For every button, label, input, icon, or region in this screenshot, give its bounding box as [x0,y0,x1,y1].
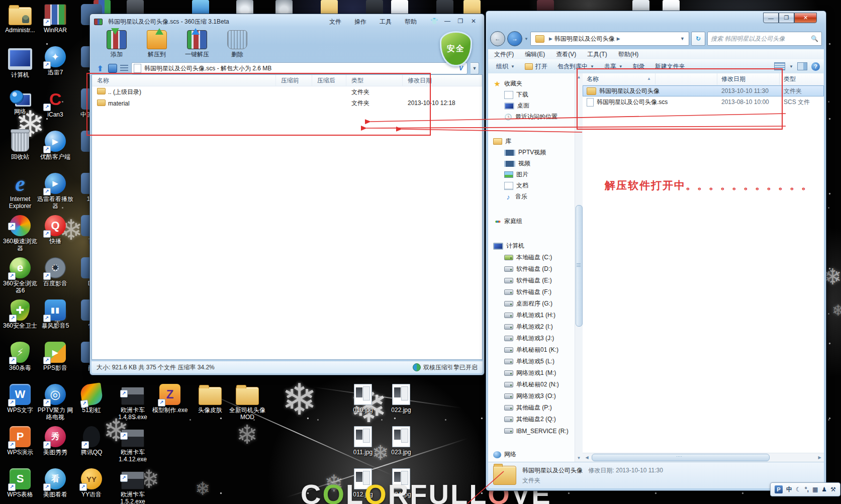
desktop-icon-模型制作-exe[interactable]: Z模型制作.exe [152,384,188,414]
menu-view[interactable]: 查看(V) [556,50,576,59]
column-type[interactable]: 类型 [780,73,824,85]
archive-menu-tools[interactable]: 工具 [380,18,392,26]
tool-settings-icon[interactable]: ⚒ [830,486,836,493]
archive-list-header[interactable]: 名称 压缩前 压缩后 类型 修改日期 [92,75,482,86]
desktop-icon-011-jpg[interactable]: 011.jpg [345,426,381,456]
archive-maximize-button[interactable]: ❐ [454,18,467,26]
breadcrumb-location[interactable]: 韩国明星以及公司头像 [554,35,615,43]
ime-menu-icon[interactable]: ♟ [821,486,827,493]
menu-file[interactable]: 文件(F) [494,50,514,59]
preview-pane-icon[interactable] [797,62,807,70]
sidebar-item-homegroup[interactable]: ●●●家庭组 [488,216,575,227]
new-folder-button[interactable]: 新建文件夹 [651,61,689,72]
skin-icon[interactable]: 👕 [428,18,441,26]
sidebar-item-桌面[interactable]: 桌面 [488,100,575,111]
delete-button[interactable]: 删除 [221,30,254,59]
desktop-icon-WPS文字[interactable]: WWPS文字 [2,384,38,414]
sidebar-item-drive-网络游戏1 (M:)[interactable]: 网络游戏1 (M:) [488,368,575,378]
menu-tools[interactable]: 工具(T) [587,50,607,59]
desktop-icon-暴风影音5[interactable]: ▮▮暴风影音5 [37,299,73,329]
menu-help[interactable]: 帮助(H) [618,50,639,59]
one-click-extract-button[interactable]: 一键解压 [180,30,214,59]
desktop-icon-腾讯QQ[interactable]: 腾讯QQ [73,426,110,456]
sidebar-item-drive-软件磁盘 (F:)[interactable]: 软件磁盘 (F:) [488,287,575,297]
desktop-icon-010-jpg[interactable]: 010.jpg [345,384,381,414]
column-name[interactable]: 名称 [92,75,276,86]
sidebar-item-drive-软件磁盘 (E:)[interactable]: 软件磁盘 (E:) [488,275,575,286]
column-type[interactable]: 类型 [346,75,403,86]
ime-full-half-icon[interactable]: ☾ [796,486,801,493]
desktop-icon-360极速浏览-器[interactable]: 360极速浏览 器 [2,215,38,252]
desktop-icon-Administr-[interactable]: Administr... [2,4,38,34]
breadcrumb-dropdown[interactable]: ▼ [678,36,687,41]
h-scrollbar-thumb[interactable] [592,454,770,461]
sidebar-item-drive-IBM_SERVICE (R:)[interactable]: IBM_SERVICE (R:) [488,426,575,436]
desktop-icon-欧洲卡车-1-4-8S-exe[interactable]: 欧洲卡车 1.4.8S.exe [115,384,151,421]
explorer-minimize-button[interactable]: — [763,13,779,23]
desktop-icon-迅雷看看播放-器[interactable]: ▶迅雷看看播放 器 [37,173,73,210]
soft-keyboard-icon[interactable]: ▦ [812,486,818,493]
desktop-icon-360杀毒[interactable]: ⚡360杀毒 [2,342,38,371]
desktop-icon-计算机[interactable]: 计算机 [2,46,38,78]
desktop-icon-PPTV聚力-网-络电视[interactable]: ◎PPTV聚力 网 络电视 [37,384,73,421]
sidebar-item-文档[interactable]: 文档 [488,180,575,191]
sidebar-item-drive-单机游戏3 (J:)[interactable]: 单机游戏3 (J:) [488,333,575,344]
file-row[interactable]: 韩国明星以及公司头像.scs2013-08-10 10:00SCS 文件 [583,96,824,108]
archive-close-button[interactable]: ✕ [467,18,480,26]
nav-scrollbar[interactable]: ▲ ▼ [575,73,583,462]
forward-button[interactable]: → [507,31,522,46]
sidebar-item-favorites[interactable]: ★收藏夹 [488,78,575,89]
sidebar-item-drive-其他磁盘 (P:)[interactable]: 其他磁盘 (P:) [488,402,575,413]
search-input[interactable]: 搜索 韩国明星以及公司头像 🔍 [707,32,822,46]
sidebar-item-最近访问的位置[interactable]: 🕒最近访问的位置 [488,112,575,122]
column-size-before[interactable]: 压缩前 [276,75,312,86]
sidebar-item-network[interactable]: 网络 [488,449,575,460]
sidebar-item-视频[interactable]: 视频 [488,158,575,169]
open-button[interactable]: 打开 [521,61,551,72]
desktop-icon-360安全浏览-器6[interactable]: e360安全浏览 器6 [2,257,38,294]
change-view-icon[interactable] [774,62,785,70]
add-button[interactable]: 添加 [100,30,133,59]
scroll-right-icon[interactable]: ▶ [816,454,823,461]
sidebar-item-drive-软件磁盘 (D:)[interactable]: 软件磁盘 (D:) [488,264,575,274]
archive-row[interactable]: .. (上级目录)文件夹 [92,86,482,97]
extract-to-button[interactable]: 解压到 [140,30,173,59]
refresh-button[interactable]: ↻ [691,32,705,46]
organize-button[interactable]: 组织▼ [492,61,519,72]
path-dropdown-button[interactable]: ▼ [471,62,479,74]
list-view-icon[interactable] [120,65,128,72]
column-size-after[interactable]: 压缩后 [312,75,346,86]
burn-button[interactable]: 刻录 [629,61,649,72]
archive-row[interactable]: material文件夹2013-10-10 12:18 [92,97,482,109]
desktop-icon-欧洲卡车-1-5-2-exe[interactable]: 欧洲卡车 1.5.2.exe [115,468,151,504]
include-in-library-button[interactable]: 包含到库中▼ [553,61,598,72]
share-button[interactable]: 共享▼ [600,61,627,72]
sidebar-item-音乐[interactable]: ♪音乐 [488,191,575,202]
desktop-icon-YY语音[interactable]: YYYY语音 [73,468,110,498]
archive-menu-action[interactable]: 操作 [354,18,366,26]
sidebar-item-drive-本地磁盘 (C:)[interactable]: 本地磁盘 (C:) [488,252,575,263]
desktop-icon-360安全卫士[interactable]: ✚360安全卫士 [2,299,38,329]
column-date[interactable]: 修改日期 [403,75,482,86]
views-dropdown[interactable]: ▼ [789,64,793,69]
sidebar-item-drive-其他磁盘2 (Q:)[interactable]: 其他磁盘2 (Q:) [488,414,575,425]
desktop-icon-全新司机头像-MOD[interactable]: 全新司机头像 MOD [229,384,265,421]
desktop-icon-迅雷7[interactable]: ✦迅雷7 [37,46,73,76]
nav-history-dropdown[interactable]: ▼ [524,37,528,41]
desktop-icon-快播[interactable]: Q快播 [37,215,73,245]
breadcrumb[interactable]: ▶ 韩国明星以及公司头像 ▶ ▼ [530,32,689,46]
scroll-up-icon[interactable]: ▲ [575,73,583,81]
desktop-icon-百度影音[interactable]: ✸百度影音 [37,257,73,287]
sidebar-item-computer[interactable]: 计算机 [488,241,575,251]
scroll-down-icon[interactable]: ▼ [575,454,583,462]
archive-path-combobox[interactable]: 韩国明星以及公司头像.scs - 解包大小为 2.6 MB V [131,62,468,74]
explorer-maximize-button[interactable]: ❐ [779,13,794,23]
archive-menu-help[interactable]: 帮助 [405,18,417,26]
punctuation-icon[interactable]: °, [805,486,809,493]
horizontal-scrollbar[interactable]: ◀ ▶ [583,453,824,462]
desktop-icon-023-jpg[interactable]: 023.jpg [383,426,419,456]
desktop-icon-网络[interactable]: 网络 [2,88,38,115]
desktop-icon-美图看看[interactable]: 看美图看看 [37,468,73,498]
file-list-header[interactable]: 名称 修改日期 类型 ▲ [583,73,824,85]
sidebar-item-drive-桌面程序 (G:)[interactable]: 桌面程序 (G:) [488,298,575,309]
